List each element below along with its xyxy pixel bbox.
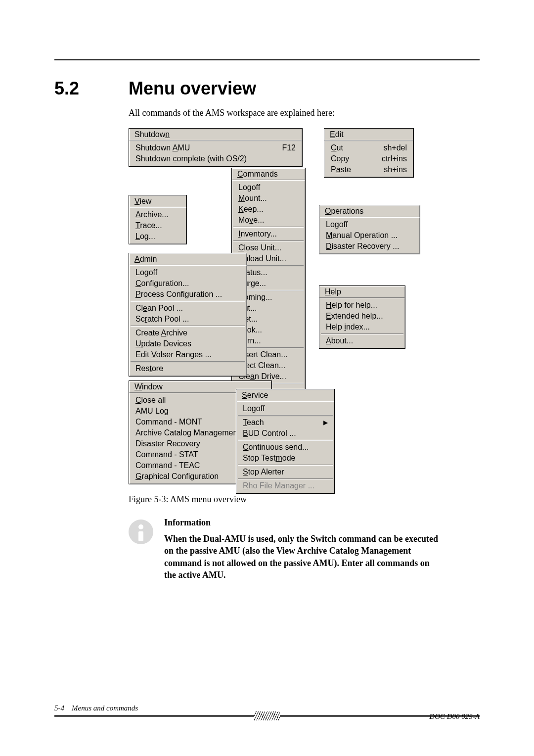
mnemonic: L	[135, 232, 140, 240]
intro-text: All commands of the AMS workspace are ex…	[129, 108, 480, 118]
mnemonic: A	[173, 143, 178, 152]
menu-help-title[interactable]: Help	[319, 286, 405, 298]
menu-item[interactable]: About...	[320, 335, 404, 346]
menu-service-title[interactable]: Service	[236, 389, 334, 401]
menu-item[interactable]: Scratch Pool ...	[130, 314, 246, 325]
menu-title-label: ommands	[243, 170, 278, 178]
menu-item-cut[interactable]: Cutsh+del	[325, 142, 413, 153]
menu-item[interactable]: Create Archive	[130, 328, 246, 338]
menu-operations-title[interactable]: Operations	[319, 205, 420, 217]
menu-title-label: perations	[331, 207, 363, 215]
menu-item-copy[interactable]: Copyctrl+ins	[325, 153, 413, 164]
menu-item[interactable]: Stop Alerter	[237, 467, 334, 477]
menu-title-label: indow	[142, 382, 163, 391]
menu-item[interactable]: Logoff	[237, 403, 334, 414]
menu-separator	[238, 415, 333, 416]
menu-item[interactable]: Restore	[130, 363, 246, 374]
menu-title-label: Shutdow	[134, 130, 165, 139]
menu-operations: Operations Logoff Manual Operation ... D…	[319, 205, 420, 254]
menu-title-label: dit	[335, 130, 344, 139]
mnemonic: C	[243, 443, 249, 451]
menu-item[interactable]: Update Devices	[130, 338, 246, 349]
menu-view: View Archive... Trace... Log...	[129, 195, 187, 244]
menu-edit-title[interactable]: Edit	[324, 129, 413, 141]
menu-item[interactable]: Configuration...	[130, 278, 246, 289]
mnemonic: B	[243, 429, 248, 437]
menu-item-shutdown-amu[interactable]: Shutdown AMU F12	[130, 142, 302, 153]
label-post: eep...	[244, 205, 264, 213]
mnemonic: G	[135, 472, 141, 480]
menu-item[interactable]: Move...	[232, 215, 305, 226]
menu-item-shutdown-complete[interactable]: Shutdown complete (with OS/2)	[130, 153, 302, 164]
mnemonic: C	[238, 243, 244, 252]
label-pre: Mo	[238, 216, 249, 224]
menu-item[interactable]: Mount...	[232, 193, 305, 204]
menu-item[interactable]: Logoff	[232, 182, 305, 193]
menu-item[interactable]: Close Unit...	[232, 242, 305, 253]
label-pre: Stop Test	[243, 454, 275, 462]
menu-item[interactable]: Keep...	[232, 204, 305, 215]
label-post: ho File Manager ...	[249, 481, 314, 490]
page-footer: 5-4 Menus and commands DOC D00 025-A	[54, 704, 480, 721]
menu-item-log[interactable]: Log...	[130, 231, 186, 242]
menu-item[interactable]: Continuous send...	[237, 442, 334, 453]
label-post: rocess Configuration ...	[141, 290, 222, 298]
menu-item[interactable]: Extended help...	[320, 311, 404, 322]
mnemonic: C	[331, 143, 337, 152]
label-post: rchive	[166, 329, 187, 337]
mnemonic: H	[325, 287, 331, 296]
menu-item[interactable]: Teach▶	[237, 417, 334, 428]
menu-commands-title[interactable]: Commands	[232, 168, 305, 180]
menu-item[interactable]: Clean Pool ...	[130, 303, 246, 314]
mnemonic: A	[326, 336, 331, 345]
menu-item[interactable]: Process Configuration ...	[130, 289, 246, 300]
menu-separator	[233, 227, 304, 228]
figure-caption: Figure 5-3: AMS menu overview	[129, 494, 480, 505]
mnemonic: P	[135, 290, 141, 298]
menu-item[interactable]: Help index...	[320, 322, 404, 332]
menu-item-op-logoff[interactable]: Logoff	[320, 219, 419, 230]
label-post: olser Ranges ...	[156, 350, 212, 359]
shortcut: F12	[282, 143, 296, 152]
label-post: elp for help...	[332, 301, 378, 309]
menu-item[interactable]: Help for help...	[320, 300, 404, 311]
menu-item[interactable]: Stop Testmode	[237, 453, 334, 464]
label-post: ste	[341, 165, 351, 174]
menu-item[interactable]: BUD Control ...	[237, 428, 334, 439]
menu-separator	[233, 240, 304, 241]
mnemonic: D	[326, 242, 332, 250]
menu-item[interactable]: Edit Volser Ranges ...	[130, 349, 246, 360]
label-pre: Sc	[135, 315, 145, 323]
mnemonic: A	[135, 210, 141, 219]
menu-item[interactable]: Inventory...	[232, 229, 305, 239]
mnemonic: c	[173, 154, 177, 163]
label-post: n Drive...	[255, 372, 286, 380]
menu-shutdown-title[interactable]: Shutdown	[129, 129, 302, 141]
menu-title-label: ervice	[247, 391, 268, 399]
mnemonic: O	[325, 207, 331, 215]
menu-view-title[interactable]: View	[129, 195, 186, 207]
menu-item-manual-operation[interactable]: Manual Operation ...	[320, 230, 419, 241]
menu-item[interactable]: Logoff	[130, 267, 246, 278]
footer-doc-id: DOC D00 025-A	[429, 712, 480, 721]
label-post: ontinuous send...	[249, 443, 309, 451]
menu-title-label: dmin	[140, 255, 157, 263]
menu-item-trace[interactable]: Trace...	[130, 220, 186, 231]
menu-item-disaster-recovery[interactable]: Disaster Recovery ...	[320, 241, 419, 252]
label-pre: Create	[135, 329, 161, 337]
mnemonic: C	[135, 396, 141, 404]
mnemonic: A	[161, 329, 167, 337]
label-post: nventory...	[240, 230, 277, 238]
mnemonic: e	[143, 304, 147, 312]
menu-item-paste[interactable]: Pastesh+ins	[325, 164, 413, 175]
mnemonic: T	[135, 221, 140, 230]
menu-admin: Admin LogoffConfiguration...Process Conf…	[129, 253, 247, 377]
mnemonic: C	[135, 279, 141, 287]
mnemonic: U	[135, 339, 141, 348]
menu-item-archive[interactable]: Archive...	[130, 209, 186, 220]
label-pre: Edit	[135, 350, 151, 359]
label-pre: Disaster Recovery	[135, 439, 200, 448]
footer-section: Menus and commands	[72, 704, 138, 712]
mnemonic: A	[134, 255, 140, 263]
menu-admin-title[interactable]: Admin	[129, 253, 247, 265]
